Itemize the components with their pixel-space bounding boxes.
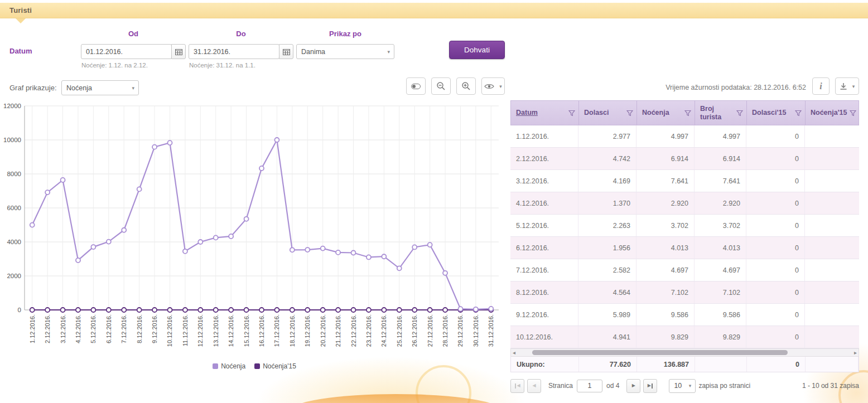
od-date-input[interactable]	[81, 44, 172, 59]
graf-select[interactable]: Noćenja ▾	[61, 80, 139, 95]
svg-text:27.12.2016.: 27.12.2016.	[427, 314, 433, 347]
svg-text:31.12.2016.: 31.12.2016.	[488, 314, 494, 347]
dohvati-button[interactable]: Dohvati	[449, 41, 505, 59]
svg-text:13.12.2016.: 13.12.2016.	[213, 314, 219, 347]
zoom-in-button[interactable]	[456, 77, 476, 95]
scroll-left-icon[interactable]: ◂	[513, 350, 515, 356]
page-number-input[interactable]	[577, 380, 602, 392]
filter-icon[interactable]	[795, 110, 802, 116]
scroll-right-icon[interactable]: ▸	[854, 350, 857, 356]
cell-value: 4.564	[578, 281, 636, 303]
svg-text:21.12.2016.: 21.12.2016.	[335, 314, 341, 347]
table-row[interactable]: 9.12.2016.5.9899.5869.5860	[510, 304, 859, 326]
decor-arc-bottom	[290, 394, 502, 403]
cell-value: 0	[746, 170, 805, 192]
calendar-icon	[283, 48, 290, 55]
cell-value: 1.370	[578, 192, 636, 214]
table-row[interactable]: 2.12.2016.4.7426.9146.9140	[510, 148, 859, 170]
table-row[interactable]: 10.12.2016.4.9419.8299.8290	[510, 326, 859, 348]
do-note: Noćenje: 31.12. na 1.1.	[189, 62, 255, 69]
od-calendar-button[interactable]	[171, 44, 186, 59]
cell-value	[805, 215, 859, 236]
table-row[interactable]: 5.12.2016.2.2633.7023.7020	[510, 215, 859, 237]
filter-icon[interactable]	[684, 110, 691, 116]
svg-text:4000: 4000	[7, 239, 21, 245]
zoom-out-button[interactable]	[431, 77, 451, 95]
column-header-dolasci-15[interactable]: Dolasci'15	[747, 101, 806, 125]
column-header-no-enja-15[interactable]: Noćenja'15	[806, 101, 860, 125]
prikaz-po-value: Danima	[301, 48, 325, 56]
scrollbar-thumb[interactable]	[532, 350, 788, 355]
total-value: 0	[747, 357, 806, 372]
svg-text:3.12.2016.: 3.12.2016.	[60, 314, 66, 343]
table-row[interactable]: 4.12.2016.1.3702.9202.9200	[510, 192, 859, 215]
cell-value: 4.013	[636, 237, 695, 259]
table-row[interactable]: 7.12.2016.2.5824.6974.6970	[510, 259, 859, 281]
od-note: Noćenje: 1.12. na 2.12.	[81, 62, 148, 69]
chart-svg[interactable]: 0200040006000800010000120001.12.2016.2.1…	[3, 101, 505, 363]
cell-value: 3.702	[695, 215, 746, 236]
column-header-dolasci[interactable]: Dolasci	[579, 101, 637, 125]
svg-text:2000: 2000	[7, 273, 21, 279]
records-range-label: 1 - 10 od 31 zapisa	[802, 382, 859, 390]
filter-icon[interactable]	[568, 110, 575, 116]
svg-text:18.12.2016.: 18.12.2016.	[289, 314, 296, 347]
table-row[interactable]: 3.12.2016.4.1697.6417.6410	[510, 170, 859, 192]
cell-value	[805, 326, 859, 348]
cell-value: 5.989	[578, 304, 636, 326]
horizontal-scrollbar[interactable]: ◂ ▸	[510, 348, 859, 357]
filter-icon[interactable]	[850, 110, 856, 116]
cell-value: 9.829	[695, 326, 746, 348]
datum-label: Datum	[9, 47, 32, 55]
graf-select-value: Noćenja	[66, 84, 92, 92]
do-date-input[interactable]	[189, 44, 279, 59]
table-header-row: DatumDolasciNoćenjaBroj turistaDolasci'1…	[510, 100, 859, 125]
chart-legend: NoćenjaNoćenja'15	[3, 362, 505, 370]
eye-icon	[484, 83, 494, 90]
tab-turisti[interactable]: Turisti	[9, 6, 32, 14]
svg-text:12.12.2016.: 12.12.2016.	[197, 314, 204, 347]
column-header-no-enja[interactable]: Noćenja	[637, 101, 695, 125]
pagination-bar: ◀ ◀ Stranica od 4 ▶ ▶ 10 ▾ zapisa po str…	[510, 378, 859, 394]
column-header-datum[interactable]: Datum	[511, 101, 579, 125]
cell-value: 2.977	[578, 125, 636, 147]
cell-datum: 6.12.2016.	[510, 237, 578, 259]
filter-icon[interactable]	[626, 110, 633, 116]
cell-value: 2.582	[578, 259, 636, 281]
prikaz-po-select[interactable]: Danima ▾	[296, 44, 394, 59]
cell-value: 4.697	[695, 259, 746, 281]
svg-text:24.12.2016.: 24.12.2016.	[380, 314, 387, 347]
table-row[interactable]: 6.12.2016.1.9564.0134.0130	[510, 237, 859, 259]
cell-value: 0	[746, 259, 805, 281]
prev-page-button[interactable]: ◀	[527, 379, 541, 393]
last-page-button[interactable]: ▶	[643, 379, 657, 393]
legend-label: Noćenja	[221, 362, 245, 370]
series-visibility-button[interactable]: ▾	[481, 77, 505, 95]
svg-text:11.12.2016.: 11.12.2016.	[182, 314, 189, 346]
do-calendar-button[interactable]	[279, 44, 293, 59]
next-page-button[interactable]: ▶	[626, 379, 640, 393]
svg-text:10000: 10000	[3, 137, 21, 143]
export-button[interactable]: ▾	[835, 77, 859, 95]
cell-value: 4.997	[695, 125, 746, 147]
info-button[interactable]: i	[812, 77, 830, 95]
legend-item[interactable]: Noćenja'15	[254, 362, 296, 370]
column-header-broj-turista[interactable]: Broj turista	[695, 101, 747, 125]
table-row[interactable]: 8.12.2016.4.5647.1027.1020	[510, 281, 859, 304]
cell-value: 0	[746, 304, 805, 326]
page-next-icon: ▶	[648, 383, 651, 388]
svg-text:8000: 8000	[7, 171, 21, 177]
table-row[interactable]: 1.12.2016.2.9774.9974.9970	[510, 125, 859, 148]
cell-value: 2.920	[695, 192, 746, 214]
filter-icon[interactable]	[736, 110, 743, 116]
first-page-button[interactable]: ◀	[510, 379, 524, 393]
download-icon	[840, 82, 847, 90]
chevron-down-icon: ▾	[499, 84, 502, 89]
page-size-select[interactable]: 10 ▾	[669, 379, 696, 393]
legend-item[interactable]: Noćenja	[213, 362, 245, 370]
chart-toggle-button[interactable]	[406, 77, 426, 95]
cell-value: 0	[746, 125, 805, 147]
total-value: 77.620	[579, 357, 637, 372]
svg-text:14.12.2016.: 14.12.2016.	[228, 314, 234, 347]
total-value: 136.887	[637, 357, 695, 372]
